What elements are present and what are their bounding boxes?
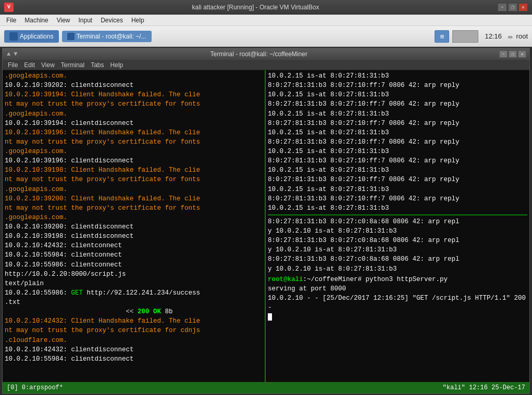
term-menu-terminal[interactable]: Terminal — [58, 61, 88, 69]
term-menu-edit[interactable]: Edit — [21, 61, 38, 69]
toolbar-pencil-icon[interactable]: ✏ — [508, 31, 513, 42]
left-line-6: 10.0.2.10:39194: clientdisconnect — [5, 119, 263, 128]
left-line-16: .googleapis.com. — [5, 213, 263, 222]
menu-machine[interactable]: Machine — [20, 17, 52, 24]
menu-view[interactable]: View — [53, 17, 75, 24]
left-line-19: 10.0.2.10:42432: clientconnect — [5, 241, 263, 250]
restore-button[interactable]: ❐ — [508, 3, 517, 11]
r-line-9: 10.0.2.15 is-at 8:0:27:81:31:b3 — [268, 147, 527, 156]
term-menu-tabs[interactable]: Tabs — [88, 61, 107, 69]
r-line-13: 10.0.2.15 is-at 8:0:27:81:31:b3 — [268, 185, 527, 194]
term-menu-view[interactable]: View — [38, 61, 58, 69]
terminal-tab-icon — [67, 33, 75, 40]
term-nav-up[interactable]: ▲ — [6, 50, 11, 58]
term-minimize[interactable]: – — [499, 50, 508, 58]
r-line-2: 8:0:27:81:31:b3 8:0:27:10:ff:7 0806 42: … — [268, 81, 527, 90]
term-maximize[interactable]: ❐ — [509, 50, 517, 58]
left-line-12: nt may not trust the proxy's certificate… — [5, 175, 263, 184]
right-pane[interactable]: 10.0.2.15 is-at 8:0:27:81:31:b3 8:0:27:8… — [266, 70, 529, 382]
r-line-14: 8:0:27:81:31:b3 8:0:27:10:ff:7 0806 42: … — [268, 194, 527, 203]
virtualbox-titlebar: V kali attacker [Running] - Oracle VM Vi… — [0, 0, 532, 15]
term-ctrl-btns: – ❐ ✕ — [499, 50, 526, 58]
terminal-title: Terminal - root@kali: ~/coffeeMiner — [18, 50, 499, 58]
left-line-3: 10.0.2.10:39194: Client Handshake failed… — [5, 90, 263, 99]
left-pane[interactable]: .googleapis.com. 10.0.2.10:39202: client… — [3, 70, 266, 382]
terminal-window: ▲ ▼ Terminal - root@kali: ~/coffeeMiner … — [2, 48, 530, 394]
r-line-11: 10.0.2.15 is-at 8:0:27:81:31:b3 — [268, 165, 527, 175]
left-line-4: nt may not trust the proxy's certificate… — [5, 99, 263, 109]
left-line-17: 10.0.2.10:39200: clientdisconnect — [5, 222, 263, 232]
menu-devices[interactable]: Devices — [96, 17, 127, 24]
r-line-6: 8:0:27:81:31:b3 8:0:27:10:ff:7 0806 42: … — [268, 119, 527, 128]
pane-right-separator — [268, 214, 527, 215]
menu-input[interactable]: Input — [75, 17, 97, 24]
prompt-dir: :~/coffeeMiner# — [303, 276, 362, 283]
status-left: [0] 0:arpspoof* — [7, 384, 63, 391]
toolbar-right: ▤ 12:16 ✏ root — [435, 30, 528, 43]
left-line-14: 10.0.2.10:39200: Client Handshake failed… — [5, 194, 263, 203]
terminal-tab-label: Terminal - root@kali: ~/... — [77, 33, 146, 40]
menu-file[interactable]: File — [2, 17, 20, 24]
r-line-15: 10.0.2.15 is-at 8:0:27:81:31:b3 — [268, 203, 527, 213]
r-line-4: 8:0:27:81:31:b3 8:0:27:10:ff:7 0806 42: … — [268, 99, 527, 109]
left-line-30: 10.0.2.10:42432: clientdisconnect — [5, 345, 263, 354]
term-close[interactable]: ✕ — [518, 50, 526, 58]
left-line-15: nt may not trust the proxy's certificate… — [5, 203, 263, 213]
rb-line-5: 8:0:27:81:31:b3 8:0:27:c0:8a:68 0806 42:… — [268, 254, 527, 264]
left-line-21: 10.0.2.10:55986: clientconnect — [5, 260, 263, 270]
left-line-7: 10.0.2.10:39196: Client Handshake failed… — [5, 128, 263, 137]
r-line-5: 10.0.2.15 is-at 8:0:27:81:31:b3 — [268, 109, 527, 119]
left-line-22: http://10.0.2.20:8000/script.js — [5, 270, 263, 279]
vbox-menubar: File Machine View Input Devices Help — [0, 15, 532, 26]
left-line-10: 10.0.2.10:39196: clientdisconnect — [5, 156, 263, 165]
left-line-26: << 200 OK 8b — [5, 307, 263, 316]
left-line-13: .googleapis.com. — [5, 185, 263, 194]
terminal-tab[interactable]: Terminal - root@kali: ~/... — [62, 31, 152, 42]
term-nav-down[interactable]: ▼ — [13, 50, 18, 58]
toolbar-slider — [452, 30, 478, 43]
left-line-23: text/plain — [5, 279, 263, 288]
applications-label: Applications — [20, 33, 54, 40]
left-line-31: 10.0.2.10:55984: clientdisconnect — [5, 354, 263, 364]
terminal-menubar: File Edit View Terminal Tabs Help — [3, 60, 529, 70]
left-line-28: nt may not trust the proxy's certificate… — [5, 326, 263, 335]
left-line-11: 10.0.2.10:39198: Client Handshake failed… — [5, 165, 263, 175]
toolbar-time: 12:16 — [481, 32, 505, 40]
rb-line-6: y 10.0.2.10 is-at 8:0:27:81:31:b3 — [268, 264, 527, 274]
cursor-line — [268, 312, 527, 322]
r-line-7: 10.0.2.15 is-at 8:0:27:81:31:b3 — [268, 128, 527, 137]
titlebar-title: kali attacker [Running] - Oracle VM Virt… — [14, 4, 498, 11]
vbox-toolbar: Applications Terminal - root@kali: ~/...… — [0, 26, 532, 47]
menu-help[interactable]: Help — [127, 17, 149, 24]
term-menu-help[interactable]: Help — [107, 61, 127, 69]
left-line-27: 10.0.2.10:42432: Client Handshake failed… — [5, 316, 263, 326]
r-line-1: 10.0.2.15 is-at 8:0:27:81:31:b3 — [268, 71, 527, 81]
prompt-user: root@kali — [268, 276, 303, 283]
r-line-12: 8:0:27:81:31:b3 8:0:27:10:ff:7 0806 42: … — [268, 175, 527, 184]
r-line-10: 8:0:27:81:31:b3 8:0:27:10:ff:7 0806 42: … — [268, 156, 527, 165]
left-line-24: 10.0.2.10:55986: GET http://92.122.241.2… — [5, 288, 263, 298]
applications-button[interactable]: Applications — [4, 30, 59, 43]
term-nav-btns: ▲ ▼ — [6, 50, 18, 58]
left-line-2: 10.0.2.10:39202: clientdisconnect — [5, 81, 263, 90]
command-output-2: 10.0.2.10 - - [25/Dec/2017 12:16:25] "GE… — [268, 294, 527, 312]
rb-line-2: y 10.0.2.10 is-at 8:0:27:81:31:b3 — [268, 226, 527, 236]
right-top-section: 10.0.2.15 is-at 8:0:27:81:31:b3 8:0:27:8… — [268, 71, 527, 213]
toolbar-user: root — [516, 32, 528, 40]
command-text: python3 httpServer.py — [362, 276, 448, 283]
vbox-icon: V — [4, 3, 14, 12]
left-line-8: nt may not trust the proxy's certificate… — [5, 137, 263, 147]
left-line-18: 10.0.2.10:39198: clientdisconnect — [5, 232, 263, 241]
left-line-1: .googleapis.com. — [5, 71, 263, 81]
term-menu-file[interactable]: File — [5, 61, 21, 69]
toolbar-square-btn[interactable]: ▤ — [435, 30, 449, 43]
r-line-3: 10.0.2.15 is-at 8:0:27:81:31:b3 — [268, 90, 527, 99]
r-line-8: 8:0:27:81:31:b3 8:0:27:10:ff:7 0806 42: … — [268, 137, 527, 147]
command-output-1: serving at port 8000 — [268, 284, 527, 294]
close-button[interactable]: ✕ — [518, 3, 528, 11]
minimize-button[interactable]: – — [498, 3, 507, 11]
applications-icon — [9, 32, 18, 41]
left-line-25: .txt — [5, 298, 263, 307]
cursor-block — [268, 313, 272, 321]
left-line-20: 10.0.2.10:55984: clientconnect — [5, 250, 263, 260]
